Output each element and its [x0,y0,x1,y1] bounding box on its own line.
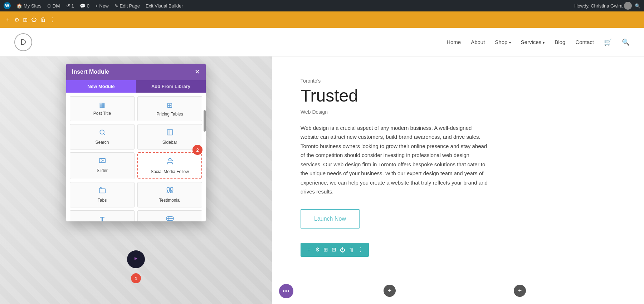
post-title-icon: ▦ [99,101,105,109]
divi-menu[interactable]: ⬡ Divi [47,3,60,9]
sidebar-module-icon [166,129,174,138]
add-col-1-icon: + [388,287,392,295]
module-search-label: Search [95,140,109,145]
edit-page-menu[interactable]: ✎ Edit Page [114,3,140,9]
orange-power-icon[interactable]: ⏻ [31,16,37,23]
module-social-media-follow-label: Social Media Follow [151,169,189,174]
slider-module-icon [99,157,106,166]
modal-close-button[interactable]: ✕ [195,69,200,75]
orange-add-icon[interactable]: ＋ [5,16,11,24]
modal-header: Insert Module ✕ [66,64,206,80]
module-slider[interactable]: Slider [70,152,135,179]
module-search[interactable]: Search [70,124,135,149]
svg-rect-4 [99,158,105,163]
content-subtitle: Web Design [301,109,615,115]
svg-line-1 [103,134,105,135]
nav-contact[interactable]: Contact [575,39,594,45]
site-logo: D [14,33,32,51]
teal-power-icon[interactable]: ⏻ [340,247,345,253]
purple-dots-button[interactable]: ••• [279,284,293,298]
orange-layout-icon[interactable]: ⊞ [23,16,28,23]
launch-now-button[interactable]: Launch Now [301,209,360,229]
scroll-indicator [204,110,206,132]
module-grid: ▦ Post Title ⊞ Pricing Tables [70,96,202,221]
insert-modal: Insert Module ✕ New Module Add From Libr… [66,64,206,221]
module-social-media-follow[interactable]: Social Media Follow [137,152,202,179]
modal-body: ▦ Post Title ⊞ Pricing Tables [66,93,206,221]
comments-menu[interactable]: 💬 0 [80,3,89,9]
module-pricing-tables-label: Pricing Tables [156,112,183,117]
left-section: Insert Module ✕ New Module Add From Libr… [0,57,272,304]
nav-shop[interactable]: Shop ▾ [495,39,511,45]
module-sidebar[interactable]: Sidebar [137,124,202,149]
right-section: Toronto's Trusted Web Design Web design … [272,57,644,304]
content-title: Trusted [301,87,615,106]
teal-more-icon[interactable]: ⋮ [358,246,363,253]
module-tabs-label: Tabs [98,198,107,203]
module-slider-label: Slider [97,168,108,173]
howdy-user[interactable]: Howdy, Christina Gwira [574,2,632,10]
nav-search-icon[interactable]: 🔍 [622,38,630,46]
pricing-tables-icon: ⊞ [167,101,173,109]
wp-icon[interactable]: W [4,2,11,9]
add-col-2-icon: + [518,287,522,295]
teal-grid-icon[interactable]: ⊟ [332,246,336,253]
new-menu[interactable]: + New [95,3,109,9]
modal-tabs: New Module Add From Library [66,80,206,93]
add-column-2-button[interactable]: + [514,285,526,297]
orange-settings-icon[interactable]: ⚙ [14,16,19,23]
updates-menu[interactable]: ↺ 1 [66,3,74,9]
nav-links: Home About Shop ▾ Services ▾ Blog Contac… [447,38,630,46]
divi-logo-icon [131,254,141,265]
add-column-1-button[interactable]: + [384,285,396,297]
teal-delete-icon[interactable]: 🗑 [349,247,354,253]
cart-icon[interactable]: 🛒 [604,38,612,46]
module-post-title[interactable]: ▦ Post Title [70,96,135,121]
main-content: Insert Module ✕ New Module Add From Libr… [0,57,644,304]
nav-blog[interactable]: Blog [555,39,565,45]
module-pricing-tables[interactable]: ⊞ Pricing Tables [137,96,202,121]
module-testimonial[interactable]: Testimonial [137,182,202,207]
site-nav: D Home About Shop ▾ Services ▾ Blog Cont… [0,28,644,57]
nav-home[interactable]: Home [447,39,461,45]
teal-settings-icon[interactable]: ⚙ [315,246,320,253]
tab-add-from-library[interactable]: Add From Library [136,80,206,93]
admin-search-icon[interactable]: 🔍 [635,3,640,9]
search-module-icon [99,129,106,138]
orange-delete-icon[interactable]: 🗑 [40,16,46,23]
svg-rect-2 [167,130,172,135]
teal-add-icon[interactable]: ＋ [306,246,312,253]
my-sites-menu[interactable]: 🏠 My Sites [16,3,42,9]
orange-more-icon[interactable]: ⋮ [50,16,55,23]
module-toggle[interactable]: Toggle [137,210,202,221]
toggle-module-icon [166,215,174,221]
module-testimonial-label: Testimonial [159,198,180,203]
add-module-divi-button[interactable] [127,250,145,268]
tabs-module-icon [99,187,106,196]
teal-toolbar: ＋ ⚙ ⊞ ⊟ ⏻ 🗑 ⋮ [301,243,369,257]
module-tabs[interactable]: Tabs [70,182,135,207]
dots-icon: ••• [283,288,290,294]
module-sidebar-label: Sidebar [162,140,177,145]
exit-builder-menu[interactable]: Exit Visual Builder [146,3,183,9]
tab-new-module[interactable]: New Module [66,80,136,93]
content-body: Web design is a crucial aspect of any mo… [301,123,490,196]
svg-point-5 [169,158,171,161]
content-pretitle: Toronto's [301,78,615,84]
testimonial-module-icon [166,187,174,196]
social-media-icon [166,157,174,167]
nav-about[interactable]: About [471,39,485,45]
module-text[interactable]: T Text [70,210,135,221]
svg-rect-6 [99,189,105,193]
module-post-title-label: Post Title [93,111,111,116]
nav-services[interactable]: Services ▾ [521,39,545,45]
modal-title: Insert Module [72,69,109,75]
badge-2: 2 [192,145,203,155]
badge-1: 1 [131,273,141,283]
teal-columns-icon[interactable]: ⊞ [323,246,328,253]
text-module-icon: T [100,215,104,221]
orange-toolbar: ＋ ⚙ ⊞ ⏻ 🗑 ⋮ [0,11,644,28]
svg-point-0 [100,130,104,134]
page-wrapper: ＋ ⚙ ⊞ ⏻ 🗑 ⋮ D Home About Shop ▾ Services… [0,11,644,304]
admin-bar: W 🏠 My Sites ⬡ Divi ↺ 1 💬 0 + New ✎ Edit… [0,0,644,11]
